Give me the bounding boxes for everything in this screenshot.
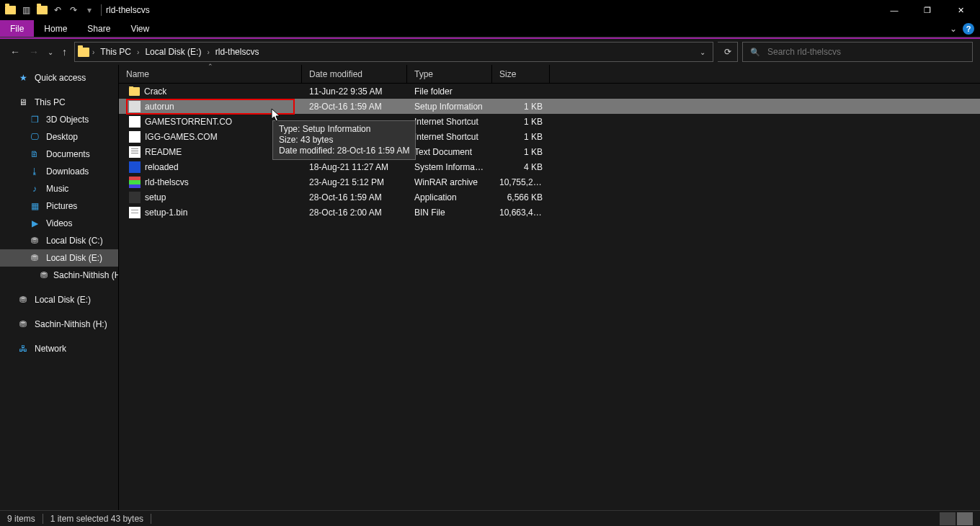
refresh-button[interactable]: ⟳ [718, 42, 738, 62]
column-name[interactable]: Name⌃ [119, 65, 302, 83]
addressbar-folder-icon [78, 48, 89, 57]
status-item-count: 9 items [7, 514, 35, 524]
column-date[interactable]: Date modified [302, 65, 407, 83]
sidebar-item-music[interactable]: ♪Music [0, 180, 118, 197]
file-row[interactable]: IGG-GAMES.COMInternet Shortcut1 KB [119, 129, 980, 144]
details-view-button[interactable] [940, 512, 956, 525]
file-name: setup-1.bin [145, 208, 187, 218]
file-size: 1 KB [492, 117, 550, 127]
separator [101, 4, 102, 16]
nav-arrows: ← → ⌄ ↑ [7, 45, 70, 59]
maximize-button[interactable]: ❐ [911, 0, 944, 20]
file-name: setup [145, 192, 166, 202]
sidebar-item-local-disk-e-2[interactable]: ⛃Local Disk (E:) [0, 291, 118, 308]
file-name: reloaded [145, 162, 179, 172]
qat-folder-icon[interactable] [3, 3, 17, 17]
up-button[interactable]: ↑ [59, 45, 70, 59]
search-input[interactable] [767, 47, 965, 57]
file-menu[interactable]: File [0, 20, 34, 37]
qat-properties-icon[interactable]: ▥ [19, 3, 33, 17]
column-type[interactable]: Type [407, 65, 492, 83]
tooltip-line: Type: Setup Information [279, 124, 409, 135]
sidebar-item-label: Downloads [46, 166, 89, 177]
qat-undo-icon[interactable]: ↶ [50, 3, 65, 17]
sidebar-item-downloads[interactable]: ⭳Downloads [0, 163, 118, 180]
file-row[interactable]: GAMESTORRENT.COInternet Shortcut1 KB [119, 114, 980, 129]
thumbnail-view-button[interactable] [957, 512, 973, 525]
file-date: 28-Oct-16 1:59 AM [302, 102, 407, 112]
window-controls: — ❐ ✕ [878, 0, 977, 20]
sidebar-item-desktop[interactable]: 🖵Desktop [0, 128, 118, 146]
file-row[interactable]: setup28-Oct-16 1:59 AMApplication6,566 K… [119, 190, 980, 205]
addressbar-dropdown-icon[interactable]: ⌄ [700, 48, 705, 56]
chevron-right-icon[interactable]: › [92, 48, 94, 56]
qat-dropdown-icon[interactable]: ▾ [82, 3, 97, 17]
forward-button[interactable]: → [26, 45, 42, 59]
file-date: 18-Aug-21 11:27 AM [302, 162, 407, 172]
file-date: 28-Oct-16 2:00 AM [302, 208, 407, 218]
file-row[interactable]: setup-1.bin28-Oct-16 2:00 AMBIN File10,6… [119, 205, 980, 220]
sidebar-item-documents[interactable]: 🗎Documents [0, 146, 118, 163]
file-icon [129, 192, 141, 203]
view-tab[interactable]: View [120, 20, 159, 37]
file-icon [129, 207, 141, 218]
drive-icon: ⛃ [40, 269, 48, 281]
file-row[interactable]: Crack11-Jun-22 9:35 AMFile folder [119, 84, 980, 99]
close-button[interactable]: ✕ [944, 0, 977, 20]
sidebar-item-local-disk-c[interactable]: ⛃Local Disk (C:) [0, 232, 118, 249]
search-icon: 🔍 [750, 48, 760, 57]
file-type: File folder [407, 86, 492, 97]
file-row[interactable]: READMEText Document1 KB [119, 144, 980, 159]
desktop-icon: 🖵 [29, 131, 40, 143]
sidebar-item-videos[interactable]: ▶Videos [0, 215, 118, 232]
file-tooltip: Type: Setup Information Size: 43 bytes D… [272, 120, 416, 160]
music-icon: ♪ [29, 183, 40, 195]
file-type: BIN File [407, 208, 492, 218]
search-box[interactable]: 🔍 [742, 42, 973, 62]
file-size: 4 KB [492, 162, 550, 172]
breadcrumb[interactable]: rld-thelscvs [213, 47, 262, 57]
sidebar-this-pc[interactable]: 🖥 This PC [0, 94, 118, 111]
sidebar-item-label: Local Disk (C:) [46, 236, 103, 246]
tooltip-line: Size: 43 bytes [279, 135, 409, 146]
sidebar-item-3d-objects[interactable]: ❒3D Objects [0, 111, 118, 128]
sidebar-network[interactable]: 🖧Network [0, 340, 118, 357]
column-size[interactable]: Size [492, 65, 550, 83]
file-type: System Informatio... [407, 162, 492, 172]
minimize-button[interactable]: — [878, 0, 911, 20]
address-bar[interactable]: › This PC › Local Disk (E:) › rld-thelsc… [74, 42, 713, 62]
file-icon [129, 116, 141, 128]
chevron-right-icon[interactable]: › [137, 48, 139, 56]
expand-ribbon-icon[interactable]: ⌄ [950, 24, 957, 34]
file-row[interactable]: reloaded18-Aug-21 11:27 AMSystem Informa… [119, 159, 980, 174]
file-list: Name⌃ Date modified Type Size Crack11-Ju… [119, 65, 980, 510]
status-selection: 1 item selected 43 bytes [50, 514, 143, 524]
sidebar-item-sachin-nithish-h[interactable]: ⛃Sachin-Nithish (H:) [0, 267, 118, 284]
sidebar-item-local-disk-e[interactable]: ⛃Local Disk (E:) [0, 249, 118, 267]
file-icon [129, 146, 141, 158]
file-row[interactable]: rld-thelscvs23-Aug-21 5:12 PMWinRAR arch… [119, 174, 980, 190]
qat-new-folder-icon[interactable] [35, 3, 49, 17]
sidebar-item-sachin-nithish-h-2[interactable]: ⛃Sachin-Nithish (H:) [0, 316, 118, 333]
sidebar-item-label: Sachin-Nithish (H:) [35, 319, 107, 329]
share-tab[interactable]: Share [77, 20, 120, 37]
home-tab[interactable]: Home [34, 20, 77, 37]
sidebar-item-label: 3D Objects [46, 115, 89, 125]
file-row[interactable]: autorun28-Oct-16 1:59 AMSetup Informatio… [119, 99, 980, 114]
file-name: autorun [145, 102, 174, 112]
breadcrumb[interactable]: This PC [97, 47, 134, 57]
sidebar-item-pictures[interactable]: ▦Pictures [0, 197, 118, 215]
sidebar-quick-access[interactable]: ★ Quick access [0, 69, 118, 86]
file-icon [129, 131, 141, 143]
file-type: Setup Information [407, 102, 492, 112]
separator [43, 514, 43, 524]
chevron-right-icon[interactable]: › [207, 48, 209, 56]
sidebar-item-label: Quick access [35, 73, 86, 83]
back-button[interactable]: ← [7, 45, 23, 59]
qat-redo-icon[interactable]: ↷ [66, 3, 81, 17]
file-size: 1 KB [492, 147, 550, 157]
help-icon[interactable]: ? [963, 23, 974, 35]
recent-locations-button[interactable]: ⌄ [45, 47, 56, 58]
breadcrumb[interactable]: Local Disk (E:) [142, 47, 204, 57]
star-icon: ★ [17, 72, 29, 84]
